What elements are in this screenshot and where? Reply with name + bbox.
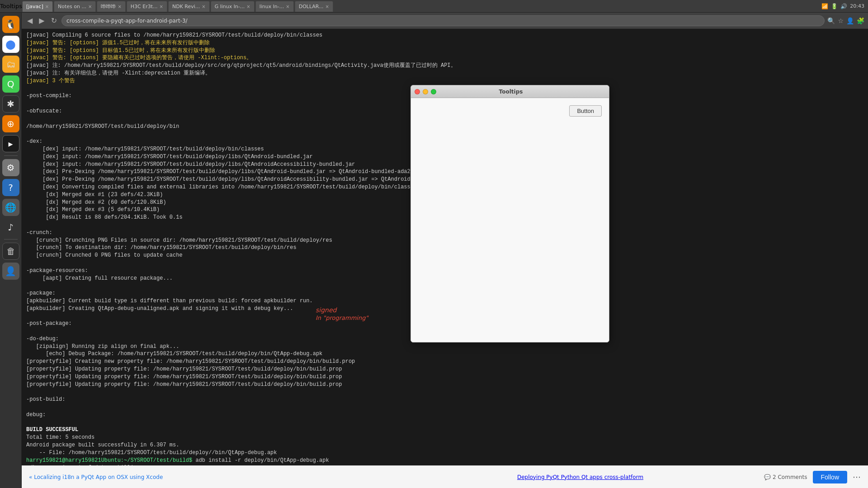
terminal-line: [javac] 注: /home/harry159821/SYSROOT/tes… [26, 62, 863, 70]
ubuntu-icon[interactable]: 🐧 [2, 16, 19, 33]
user-icon[interactable]: 👤 [846, 17, 854, 24]
signed-label: signed [316, 306, 336, 314]
nav-forward-button[interactable]: ▶ [37, 15, 46, 26]
battery-icon: 🔋 [831, 3, 838, 9]
terminal-line: [propertyfile] Updating property file: /… [26, 366, 863, 373]
comments-button[interactable]: 💬 2 Comments [764, 474, 807, 480]
browser-tab-tab-notes[interactable]: Notes on ...× [54, 1, 96, 12]
prev-article-link[interactable]: « Localizing i18n a PyQt App on OSX usin… [29, 474, 163, 480]
dock-separator [4, 155, 18, 156]
window-title: Tooltips [416, 89, 605, 95]
terminal-line: [javac] 警告: [options] 要隐藏有关已过时选项的警告，请使用 … [26, 54, 863, 62]
browser-tabs: [javac]×Notes on ...×哗哗哗×H3C Er3t...×NDK… [22, 0, 818, 12]
browser-tab-tab-linux[interactable]: linux ln-...× [255, 1, 294, 12]
extensions-icon[interactable]: 🧩 [857, 17, 864, 24]
taskbar: Tooltips [javac]×Notes on ...×哗哗哗×H3C Er… [0, 0, 868, 13]
tooltips-window: Tooltips Button [410, 85, 609, 343]
terminal-line: [javac] Compiling 6 source files to /hom… [26, 32, 863, 39]
taskbar-title: Tooltips [0, 3, 22, 9]
terminal-line: -- File: /home/harry159821/SYSROOT/test/… [26, 449, 863, 457]
terminal-line [26, 404, 863, 411]
music-icon[interactable]: ♪ [2, 219, 19, 236]
tab-close-tab-glinux[interactable]: × [246, 4, 250, 9]
terminal-line: [propertyfile] Updating property file: /… [26, 381, 863, 389]
nav-back-button[interactable]: ◀ [25, 15, 34, 26]
terminal-line [26, 388, 863, 396]
comments-icon: 💬 [764, 474, 771, 480]
browser-tab-tab-dollar[interactable]: DOLLAR...× [295, 1, 333, 12]
tooltip-demo-button[interactable]: Button [569, 105, 602, 117]
terminal-line: [propertyfile] Creating new property fil… [26, 358, 863, 366]
terminal-line: [propertyfile] Updating property file: /… [26, 373, 863, 381]
bookmark-icon[interactable]: ☆ [838, 17, 844, 24]
tooltips-content: Button [411, 98, 609, 342]
user-avatar-icon[interactable]: 👤 [2, 263, 19, 280]
terminal-line: Android package built successfully in 6.… [26, 441, 863, 449]
in-programming-label: In "programming" [316, 314, 368, 321]
terminal-line: [javac] 警告: [options] 源值1.5已过时，将在未来所有发行版… [26, 39, 863, 47]
scratch-icon[interactable]: ✱ [2, 95, 19, 113]
clock: 20:43 [850, 3, 864, 9]
terminal-line: -post-build: [26, 396, 863, 404]
follow-button[interactable]: Follow [813, 471, 847, 483]
browser-tab-tab-javac[interactable]: [javac]× [22, 1, 53, 12]
taskbar-right: 📶 🔋 🔊 20:43 [818, 3, 868, 9]
dock-separator [4, 239, 18, 239]
tab-close-tab-hhh[interactable]: × [118, 4, 121, 9]
terminal-line: [javac] 警告: [options] 目标值1.5已过时，将在未来所有发行… [26, 47, 863, 55]
blender-icon[interactable]: ⊕ [2, 115, 19, 132]
browser-tab-tab-glinux[interactable]: G linux ln-...× [211, 1, 255, 12]
terminal-line: [echo] Debug Package: /home/harry159821/… [26, 350, 863, 358]
tab-close-tab-javac[interactable]: × [45, 4, 49, 9]
terminal-line: debug: [26, 411, 863, 419]
browser-tab-tab-h3c[interactable]: H3C Er3t...× [127, 1, 167, 12]
terminal-line: Total time: 5 seconds [26, 434, 863, 441]
volume-icon: 🔊 [840, 3, 847, 9]
tab-close-tab-h3c[interactable]: × [160, 4, 163, 9]
wifi-icon: 📶 [821, 3, 828, 9]
comments-count: 2 Comments [773, 474, 807, 480]
terminal-icon[interactable]: ▸ [2, 135, 19, 152]
qt-icon[interactable]: Q [2, 75, 19, 93]
bottom-bar-prev-link: « Localizing i18n a PyQt App on OSX usin… [29, 474, 396, 480]
bottom-navigation-bar: « Localizing i18n a PyQt App on OSX usin… [22, 465, 868, 488]
browser-tab-tab-ndk[interactable]: NDK Revi...× [168, 1, 210, 12]
search-icon[interactable]: 🔍 [827, 17, 835, 24]
trash-icon[interactable]: 🗑 [2, 243, 19, 260]
address-bar[interactable]: cross-compile-a-pyqt-app-for-android-par… [61, 15, 825, 26]
terminal-line: BUILD SUCCESSFUL [26, 426, 863, 434]
terminal-line: harry159821@harry159821Ubuntu:~/SYSROOT/… [26, 457, 863, 465]
browser-tab-tab-hhh[interactable]: 哗哗哗× [97, 1, 125, 12]
left-dock: 🐧⬤🗂Q✱⊕▸⚙?🌐♪🗑👤 [0, 13, 22, 488]
bottom-bar-right-actions: 💬 2 Comments Follow ⋯ [764, 471, 861, 483]
more-options-button[interactable]: ⋯ [853, 472, 861, 482]
browser-actions: 🔍 ☆ 👤 🧩 [827, 17, 864, 24]
tab-close-tab-ndk[interactable]: × [202, 4, 205, 9]
main-area: [javac] Compiling 6 source files to /hom… [22, 13, 868, 488]
tab-close-tab-linux[interactable]: × [286, 4, 289, 9]
files-icon[interactable]: 🗂 [2, 56, 19, 73]
nav-refresh-button[interactable]: ↻ [49, 15, 59, 26]
tooltips-titlebar: Tooltips [411, 85, 609, 98]
chrome-icon[interactable]: ⬤ [2, 36, 19, 53]
bottom-bar-next-link: Deploying PyQt Python Qt apps cross-plat… [396, 474, 764, 480]
help-icon[interactable]: ? [2, 179, 19, 196]
tab-close-tab-dollar[interactable]: × [326, 4, 329, 9]
settings-icon[interactable]: ⚙ [2, 159, 19, 176]
terminal-line [26, 419, 863, 427]
network-icon[interactable]: 🌐 [2, 199, 19, 216]
terminal-line: [zipalign] Running zip align on final ap… [26, 343, 863, 351]
next-article-link[interactable]: Deploying PyQt Python Qt apps cross-plat… [517, 474, 643, 480]
terminal-line: [javac] 注: 有关详细信息，请使用 -Xlint:deprecation… [26, 70, 863, 77]
terminal-line: [javac] 3 个警告 [26, 77, 863, 85]
tab-close-tab-notes[interactable]: × [88, 4, 92, 9]
browser-bar: ◀ ▶ ↻ cross-compile-a-pyqt-app-for-andro… [22, 13, 868, 29]
